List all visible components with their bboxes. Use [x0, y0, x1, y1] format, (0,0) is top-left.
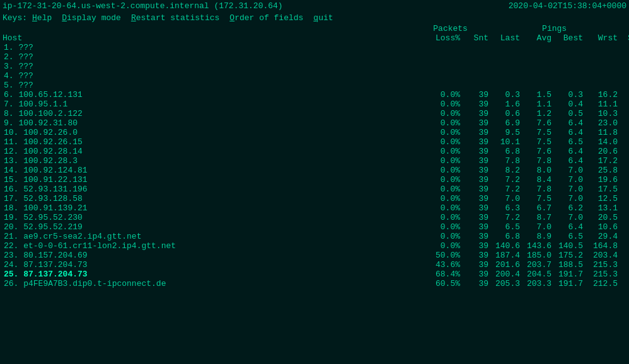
cell-wrst: 29.4 [586, 232, 620, 241]
cell-host: 3. ??? [3, 62, 418, 71]
cell-loss: 0.0% [418, 241, 463, 251]
cell-best: 7.0 [554, 213, 586, 222]
cell-wrst [586, 43, 620, 52]
cell-snt: 39 [463, 128, 491, 137]
col-loss: Loss% [418, 33, 463, 43]
cell-stdev: 5.8 [620, 279, 629, 288]
cell-loss [418, 62, 463, 71]
cell-snt [463, 52, 491, 62]
cell-avg: 7.8 [522, 156, 554, 166]
cell-last: 9.5 [491, 128, 522, 137]
col-stdev: StDev [620, 33, 629, 43]
cell-wrst: 17.5 [586, 185, 620, 194]
menu-item-display[interactable]: Display mode [62, 13, 121, 23]
menu-bar: Keys: Help Display mode Restart statisti… [0, 12, 629, 24]
table-row: 16. 52.93.131.196 0.0% 39 7.2 7.8 7.0 17… [3, 185, 626, 194]
cell-wrst: 25.8 [586, 166, 620, 175]
cell-loss: 0.0% [418, 222, 463, 232]
cell-loss [418, 71, 463, 81]
menu-item-restart[interactable]: Restart statistics [131, 13, 219, 23]
cell-host: 23. 80.157.204.69 [3, 251, 418, 260]
cell-best: 6.5 [554, 137, 586, 147]
cell-loss: 0.0% [418, 194, 463, 203]
cell-host: 20. 52.95.52.219 [3, 222, 418, 232]
table-row: 21. ae9.cr5-sea2.ip4.gtt.net 0.0% 39 6.8… [3, 232, 626, 241]
cell-snt: 39 [463, 213, 491, 222]
cell-snt: 39 [463, 194, 491, 203]
table-row: 13. 100.92.28.3 0.0% 39 7.8 7.8 6.4 17.2… [3, 156, 626, 166]
cell-host: 15. 100.91.22.131 [3, 175, 418, 185]
cell-wrst: 20.6 [586, 147, 620, 156]
cell-avg: 185.0 [522, 251, 554, 260]
cell-avg: 7.5 [522, 194, 554, 203]
cell-snt: 39 [463, 241, 491, 251]
cell-loss: 0.0% [418, 90, 463, 100]
cell-stdev: 7.5 [620, 260, 629, 270]
cell-stdev: 3.0 [620, 213, 629, 222]
table-body: 1. ??? 2. ??? 3. ??? 4. ??? 5. ? [3, 43, 626, 288]
cell-loss: 68.4% [418, 270, 463, 279]
cell-loss: 0.0% [418, 156, 463, 166]
table-row: 19. 52.95.52.230 0.0% 39 7.2 8.7 7.0 20.… [3, 213, 626, 222]
cell-wrst: 215.3 [586, 260, 620, 270]
cell-host: 25. 87.137.204.73 [3, 270, 418, 279]
col-avg: Avg [522, 33, 554, 43]
cell-snt: 39 [463, 109, 491, 118]
cell-host: 22. et-0-0-61.cr11-lon2.ip4.gtt.net [3, 241, 418, 251]
cell-avg [522, 81, 554, 90]
cell-best: 140.5 [554, 241, 586, 251]
cell-host: 9. 100.92.31.80 [3, 118, 418, 128]
cell-snt: 39 [463, 185, 491, 194]
cell-wrst: 215.3 [586, 270, 620, 279]
cell-avg: 7.5 [522, 128, 554, 137]
col-wrst: Wrst [586, 33, 620, 43]
pings-group-header: Pings [482, 24, 626, 33]
cell-best: 7.0 [554, 166, 586, 175]
cell-last: 7.8 [491, 156, 522, 166]
menu-item-order[interactable]: Order of fields [229, 13, 303, 23]
cell-loss: 0.0% [418, 166, 463, 175]
cell-best: 6.4 [554, 118, 586, 128]
menu-item-quit[interactable]: quit [313, 13, 333, 23]
cell-last [491, 52, 522, 62]
col-headers-row: Host Loss% Snt Last Avg Best Wrst StDev [3, 33, 626, 43]
cell-loss: 0.0% [418, 100, 463, 109]
cell-best: 6.4 [554, 147, 586, 156]
table-row: 12. 100.92.28.14 0.0% 39 6.8 7.6 6.4 20.… [3, 147, 626, 156]
cell-loss [418, 81, 463, 90]
table-row: 18. 100.91.139.21 0.0% 39 6.3 6.7 6.2 13… [3, 203, 626, 213]
cell-loss: 0.0% [418, 203, 463, 213]
cell-last [491, 81, 522, 90]
cell-wrst: 11.1 [586, 100, 620, 109]
cell-snt: 39 [463, 270, 491, 279]
cell-loss: 60.5% [418, 279, 463, 288]
cell-best [554, 43, 586, 52]
cell-stdev [620, 62, 629, 71]
cell-wrst [586, 71, 620, 81]
cell-stdev: 1.1 [620, 203, 629, 213]
menu-item-help[interactable]: Help [32, 13, 52, 23]
cell-snt: 39 [463, 118, 491, 128]
table-row: 2. ??? [3, 52, 626, 62]
cell-last: 6.9 [491, 118, 522, 128]
cell-host: 14. 100.92.124.81 [3, 166, 418, 175]
cell-last: 8.2 [491, 166, 522, 175]
cell-snt: 39 [463, 137, 491, 147]
cell-best: 175.2 [554, 251, 586, 260]
cell-best: 6.4 [554, 222, 586, 232]
cell-avg: 8.9 [522, 232, 554, 241]
cell-last: 10.1 [491, 137, 522, 147]
cell-host: 10. 100.92.26.0 [3, 128, 418, 137]
table-row: 11. 100.92.26.15 0.0% 39 10.1 7.5 6.5 14… [3, 137, 626, 147]
cell-wrst: 203.4 [586, 251, 620, 260]
table-row: 23. 80.157.204.69 50.0% 39 187.4 185.0 1… [3, 251, 626, 260]
cell-last: 7.2 [491, 213, 522, 222]
cell-stdev: 6.4 [620, 241, 629, 251]
cell-stdev: 3.0 [620, 175, 629, 185]
cell-best: 0.5 [554, 109, 586, 118]
cell-stdev: 5.1 [620, 232, 629, 241]
cell-avg: 7.6 [522, 147, 554, 156]
cell-loss: 0.0% [418, 185, 463, 194]
cell-stdev: 2.4 [620, 156, 629, 166]
cell-snt: 39 [463, 147, 491, 156]
